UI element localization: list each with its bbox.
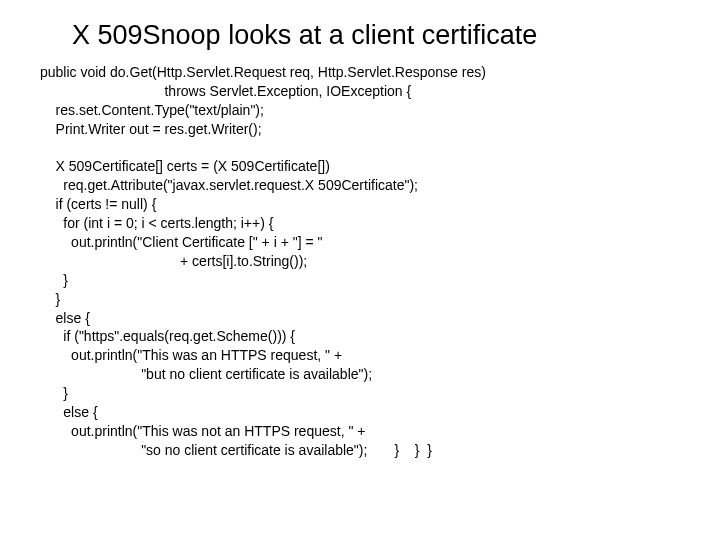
slide-title: X 509Snoop looks at a client certificate xyxy=(72,20,680,51)
slide-container: X 509Snoop looks at a client certificate… xyxy=(0,0,720,480)
code-block: public void do.Get(Http.Servlet.Request … xyxy=(40,63,680,460)
